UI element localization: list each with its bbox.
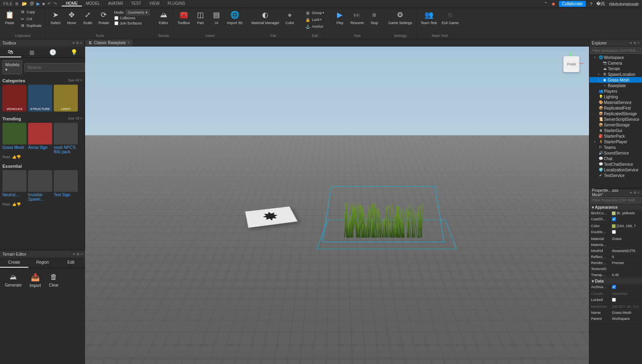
recent-tab[interactable]: 🕓 [43, 47, 64, 57]
properties-filter-input[interactable] [590, 197, 641, 203]
thumbs-down-icon[interactable]: 👎 [16, 155, 21, 159]
thumbs-up-icon[interactable]: 👍 [12, 202, 16, 206]
prop-row[interactable]: ParentWorkspace [589, 316, 642, 322]
dropdown-icon[interactable]: ▾ [630, 191, 632, 195]
terrain-editor-button[interactable]: ⛰Editor [156, 9, 171, 26]
prop-row[interactable]: BrickCo…Br. yellowis [589, 210, 642, 216]
share-icon[interactable]: �共 [596, 1, 605, 7]
collisions-checkbox[interactable]: Collisions [114, 16, 150, 20]
team-test-button[interactable]: 👥Team Test [419, 9, 439, 26]
category-vehicles[interactable]: VEHICLES [2, 85, 26, 112]
thumbs-down-icon[interactable]: 👎 [16, 202, 21, 206]
tree-item-starterplayer[interactable]: ▸🧍StarterPlayer [589, 139, 642, 144]
popout-icon[interactable]: ⧉ [76, 41, 79, 45]
tree-item-replicatedfirst[interactable]: 📦ReplicatedFirst [589, 105, 642, 111]
select-tool[interactable]: ➤Select [49, 9, 63, 26]
prop-row[interactable]: TextureID [589, 266, 642, 272]
tree-item-soundservice[interactable]: 🔊SoundService [589, 150, 642, 156]
game-settings-button[interactable]: ⚙Game Settings [387, 9, 414, 26]
undo-icon[interactable]: ↶ [47, 1, 51, 6]
prop-row[interactable]: NameGrass Mesh [589, 310, 642, 316]
menu-tab-model[interactable]: MODEL [82, 1, 104, 6]
terrain-tab-region[interactable]: Region [28, 258, 57, 268]
play-button[interactable]: ▶Play [333, 9, 347, 26]
ui-button[interactable]: ▤UI [209, 9, 224, 26]
prop-row[interactable]: Transp…0.45 [589, 272, 642, 278]
asset-item[interactable]: Arrow Sign [28, 123, 52, 155]
tree-item-starterpack[interactable]: 🎒StarterPack [589, 133, 642, 139]
move-tool[interactable]: ✥Move [65, 9, 79, 26]
chevron-up-icon[interactable]: ⌃ [544, 1, 548, 6]
tree-item-replicatedstorage[interactable]: 📦ReplicatedStorage [589, 111, 642, 116]
close-icon[interactable]: × [638, 41, 640, 45]
prop-row[interactable]: Color[164, 189, 7 [589, 223, 642, 229]
copy-button[interactable]: ⧉Copy [18, 9, 43, 15]
mode-select[interactable]: Geometric ▾ [126, 10, 150, 15]
resume-button[interactable]: ⏭Resume [349, 9, 366, 26]
creations-tab[interactable]: 💡 [63, 47, 85, 57]
viewport-3d[interactable]: ✸ Front [85, 47, 589, 364]
save-icon[interactable]: 🗐 [30, 1, 34, 6]
exit-game-button[interactable]: ⎋Exit Game [440, 9, 460, 26]
new-icon[interactable]: 🗎 [15, 1, 19, 6]
import-3d-button[interactable]: 🌐Import 3D [226, 9, 245, 26]
menu-tab-plugins[interactable]: PLUGINS [164, 1, 189, 6]
close-icon[interactable]: × [80, 41, 82, 45]
tree-item-lighting[interactable]: 💡Lighting [589, 94, 642, 100]
popout-icon[interactable]: ⧉ [634, 191, 636, 195]
prop-category[interactable]: ▾ Data [589, 278, 642, 284]
open-icon[interactable]: 📂 [22, 1, 27, 6]
cut-button[interactable]: ✂Cut [18, 16, 43, 22]
asset-type-select[interactable]: Models ▾ [2, 60, 22, 74]
asset-item[interactable]: Neutral… [2, 170, 26, 202]
tree-item-startergui[interactable]: 🖥StarterGui [589, 128, 642, 133]
tree-item-players[interactable]: 👥Players [589, 88, 642, 94]
tree-item-terrain[interactable]: ⛰Terrain [589, 66, 642, 71]
view-cube[interactable]: Front [559, 52, 583, 76]
explorer-filter-input[interactable] [590, 47, 641, 54]
menu-tab-home[interactable]: HOME [62, 1, 82, 6]
paste-button[interactable]: 📋Paste [2, 9, 17, 26]
prop-row[interactable]: Reflect…0 [589, 254, 642, 260]
terrain-tab-edit[interactable]: Edit [57, 258, 85, 268]
toolbox-button[interactable]: 🧰Toolbox [176, 9, 192, 26]
see-all-link[interactable]: See All > [68, 78, 82, 83]
lock-button[interactable]: 🔒Lock▾ [304, 16, 326, 23]
tree-item-chat[interactable]: 💬Chat [589, 156, 642, 161]
marketplace-tab[interactable]: 🛍 [0, 47, 21, 57]
dropdown-icon[interactable]: ▾ [630, 41, 632, 45]
tree-item-camera[interactable]: 📷Camera [589, 60, 642, 66]
tree-item-testservice[interactable]: ✔TestService [589, 173, 642, 178]
menu-tab-view[interactable]: VIEW [145, 1, 164, 6]
tree-item-textchatservice[interactable]: 💬TextChatService [589, 161, 642, 167]
dropdown-icon[interactable]: ▾ [73, 252, 75, 256]
file-menu[interactable]: FILE [3, 1, 12, 6]
join-surfaces-checkbox[interactable]: Join Surfaces [114, 21, 150, 26]
tab-classic-baseplate[interactable]: 🗎 Classic Baseplate × [85, 39, 133, 46]
stop-icon[interactable]: ■ [42, 1, 45, 6]
popout-icon[interactable]: ⧉ [634, 41, 636, 45]
category-structure[interactable]: STRUCTURE [28, 85, 52, 112]
tree-item-localizationservice[interactable]: 🌍LocalizationService [589, 167, 642, 173]
tree-item-workspace[interactable]: ▾🌐Workspace [589, 55, 642, 60]
thumbs-up-icon[interactable]: 👍 [12, 155, 16, 159]
part-button[interactable]: ◫Part [193, 9, 208, 26]
terrain-tab-create[interactable]: Create [0, 258, 28, 268]
prop-category[interactable]: ▾ Appearance [589, 204, 642, 210]
view-cube-face[interactable]: Front [563, 56, 579, 72]
tree-item-grass-mesh[interactable]: ▸◉Grass Mesh [589, 77, 642, 83]
collaborate-button[interactable]: Collaborate [559, 1, 586, 7]
tree-item-baseplate[interactable]: ▫Baseplate [589, 83, 642, 88]
prop-row[interactable]: MaterialGrass [589, 236, 642, 242]
group-button[interactable]: ⊞Group▾ [304, 10, 326, 16]
scale-tool[interactable]: ⤢Scale [81, 9, 95, 26]
asset-item[interactable]: Invisible Spawn… [28, 170, 52, 202]
rotate-tool[interactable]: ⟳Rotate [97, 9, 111, 26]
tree-item-serverscriptservice[interactable]: 📜ServerScriptService [589, 116, 642, 122]
prop-row[interactable]: CastSh… [589, 216, 642, 223]
category-light[interactable]: LIGHT [54, 85, 78, 112]
prop-row[interactable]: Materia… [589, 242, 642, 248]
close-icon[interactable]: × [127, 41, 130, 45]
terrain-generate-button[interactable]: ⛰Generate [5, 273, 22, 288]
prop-row[interactable]: MeshIdrbxassetid://76 [589, 248, 642, 254]
